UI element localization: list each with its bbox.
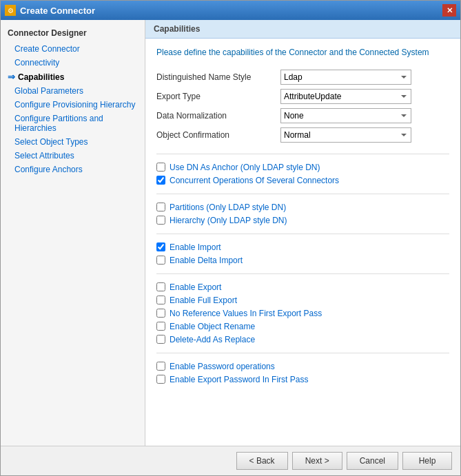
sidebar-item-create-connector[interactable]: Create Connector — [1, 42, 145, 56]
partitions-row: Partitions (Only LDAP style DN) — [156, 203, 449, 212]
sidebar-item-select-object-types[interactable]: Select Object Types — [1, 135, 145, 149]
delete-add-replace-checkbox[interactable] — [156, 335, 165, 344]
enable-full-export-row: Enable Full Export — [156, 296, 449, 305]
form-section: Distinguished Name Style Ldap Generic No… — [156, 70, 449, 143]
sidebar: Connector Designer Create Connector Conn… — [1, 20, 145, 446]
sidebar-item-configure-anchors[interactable]: Configure Anchors — [1, 163, 145, 176]
enable-delta-import-checkbox[interactable] — [156, 256, 165, 265]
sidebar-item-connectivity[interactable]: Connectivity — [1, 56, 145, 70]
hierarchy-checkbox[interactable] — [156, 216, 165, 225]
enable-object-rename-row: Enable Object Rename — [156, 322, 449, 331]
divider-5 — [156, 353, 449, 353]
dn-style-row: Distinguished Name Style Ldap Generic No… — [156, 70, 449, 85]
bottom-bar: < Back Next > Cancel Help — [1, 446, 460, 475]
sidebar-item-select-attributes[interactable]: Select Attributes — [1, 149, 145, 163]
app-icon: ⚙ — [5, 5, 16, 16]
object-confirmation-label: Object Confirmation — [156, 130, 280, 140]
active-arrow-icon: ⇒ — [8, 72, 15, 82]
use-dn-anchor-label[interactable]: Use DN As Anchor (Only LDAP style DN) — [170, 163, 320, 172]
data-normalization-label: Data Normalization — [156, 111, 280, 121]
sidebar-item-global-parameters[interactable]: Global Parameters — [1, 84, 145, 98]
export-type-row: Export Type AttributeUpdate ObjectReplac… — [156, 89, 449, 104]
checkbox-group-2: Partitions (Only LDAP style DN) Hierarch… — [156, 203, 449, 225]
divider-3 — [156, 234, 449, 234]
divider-4 — [156, 273, 449, 274]
help-button[interactable]: Help — [402, 452, 452, 470]
enable-import-checkbox[interactable] — [156, 242, 165, 251]
dn-style-label: Distinguished Name Style — [156, 72, 280, 82]
checkbox-group-3: Enable Import Enable Delta Import — [156, 242, 449, 265]
enable-full-export-label[interactable]: Enable Full Export — [170, 296, 237, 305]
divider-2 — [156, 194, 449, 194]
delete-add-replace-row: Delete-Add As Replace — [156, 335, 449, 344]
enable-export-password-row: Enable Export Password In First Pass — [156, 375, 449, 384]
divider-1 — [156, 154, 449, 154]
no-reference-values-label[interactable]: No Reference Values In First Export Pass — [170, 309, 322, 318]
export-type-select[interactable]: AttributeUpdate ObjectReplace Multivalue… — [280, 89, 411, 104]
data-normalization-select[interactable]: None DeleteAddAsReplace MustBeLastOperat… — [280, 108, 411, 123]
object-confirmation-row: Object Confirmation Normal NoDeleteConfi… — [156, 127, 449, 143]
concurrent-operations-checkbox[interactable] — [156, 176, 165, 185]
object-confirmation-select[interactable]: Normal NoDeleteConfirmation NoAddAndDele… — [280, 127, 411, 143]
sidebar-header: Connector Designer — [1, 25, 145, 42]
enable-export-label[interactable]: Enable Export — [170, 282, 221, 292]
checkbox-group-4: Enable Export Enable Full Export No Refe… — [156, 282, 449, 344]
window-title: Create Connector — [20, 6, 95, 16]
back-button[interactable]: < Back — [236, 452, 288, 470]
enable-password-ops-row: Enable Password operations — [156, 362, 449, 371]
export-type-label: Export Type — [156, 92, 280, 101]
hierarchy-label[interactable]: Hierarchy (Only LDAP style DN) — [170, 216, 287, 225]
sidebar-item-capabilities[interactable]: ⇒ Capabilities — [1, 70, 145, 84]
enable-export-checkbox[interactable] — [156, 282, 165, 291]
sidebar-item-configure-partitions[interactable]: Configure Partitions and Hierarchies — [1, 112, 145, 135]
description-text: Please define the capabilities of the Co… — [156, 47, 449, 59]
main-content: Connector Designer Create Connector Conn… — [1, 20, 460, 446]
title-bar: ⚙ Create Connector ✕ — [1, 1, 460, 20]
partitions-checkbox[interactable] — [156, 203, 165, 211]
hierarchy-row: Hierarchy (Only LDAP style DN) — [156, 216, 449, 225]
enable-delta-import-label[interactable]: Enable Delta Import — [170, 256, 243, 265]
enable-delta-import-row: Enable Delta Import — [156, 256, 449, 265]
checkbox-group-1: Use DN As Anchor (Only LDAP style DN) Co… — [156, 163, 449, 185]
use-dn-anchor-checkbox[interactable] — [156, 163, 165, 172]
panel-body: Please define the capabilities of the Co… — [145, 39, 460, 446]
enable-full-export-checkbox[interactable] — [156, 296, 165, 304]
concurrent-operations-row: Concurrent Operations Of Several Connect… — [156, 176, 449, 185]
cancel-button[interactable]: Cancel — [347, 452, 398, 470]
enable-export-password-label[interactable]: Enable Export Password In First Pass — [170, 375, 308, 384]
data-normalization-row: Data Normalization None DeleteAddAsRepla… — [156, 108, 449, 123]
delete-add-replace-label[interactable]: Delete-Add As Replace — [170, 335, 255, 344]
no-reference-values-row: No Reference Values In First Export Pass — [156, 309, 449, 318]
enable-password-ops-label[interactable]: Enable Password operations — [170, 362, 275, 371]
dn-style-select[interactable]: Ldap Generic None — [280, 70, 411, 85]
right-panel: Capabilities Please define the capabilit… — [145, 20, 460, 446]
next-button[interactable]: Next > — [292, 452, 342, 470]
use-dn-anchor-row: Use DN As Anchor (Only LDAP style DN) — [156, 163, 449, 172]
enable-import-row: Enable Import — [156, 242, 449, 252]
enable-password-ops-checkbox[interactable] — [156, 362, 165, 371]
close-button[interactable]: ✕ — [442, 4, 456, 17]
main-window: ⚙ Create Connector ✕ Connector Designer … — [0, 0, 461, 476]
enable-export-row: Enable Export — [156, 282, 449, 292]
concurrent-operations-label[interactable]: Concurrent Operations Of Several Connect… — [170, 176, 339, 185]
enable-object-rename-checkbox[interactable] — [156, 322, 165, 331]
no-reference-values-checkbox[interactable] — [156, 309, 165, 318]
checkbox-group-5: Enable Password operations Enable Export… — [156, 362, 449, 384]
enable-object-rename-label[interactable]: Enable Object Rename — [170, 322, 255, 331]
enable-import-label[interactable]: Enable Import — [170, 242, 221, 252]
panel-header: Capabilities — [145, 20, 460, 39]
enable-export-password-checkbox[interactable] — [156, 375, 165, 384]
title-bar-left: ⚙ Create Connector — [5, 5, 95, 16]
partitions-label[interactable]: Partitions (Only LDAP style DN) — [170, 203, 286, 212]
sidebar-item-configure-provisioning[interactable]: Configure Provisioning Hierarchy — [1, 98, 145, 112]
